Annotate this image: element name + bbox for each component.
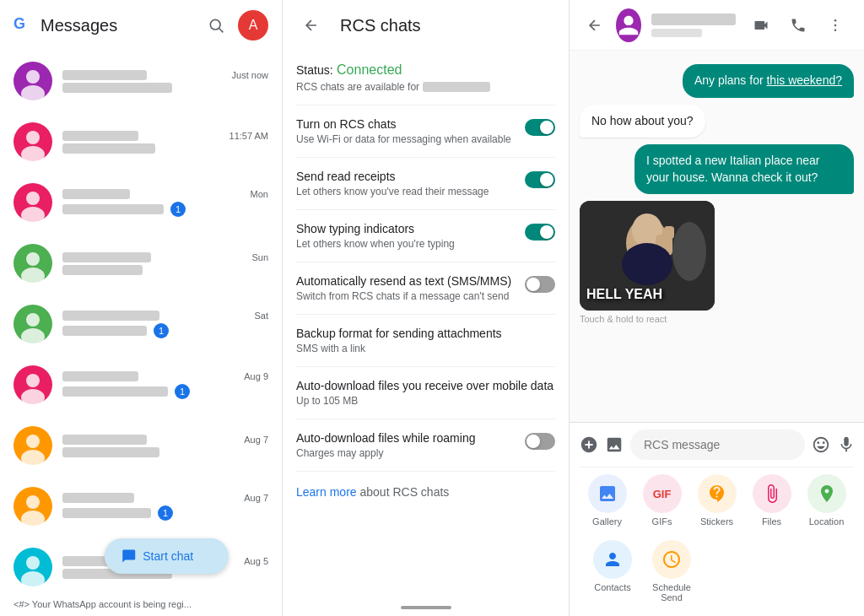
start-chat-button[interactable]: Start chat [104, 538, 229, 574]
conv-name [62, 70, 147, 80]
chat-header [570, 0, 864, 51]
conv-message: 1 [62, 384, 268, 399]
gallery-quick-button[interactable] [605, 430, 624, 460]
svg-point-24 [26, 495, 40, 509]
conversation-item[interactable]: Just now [0, 51, 282, 111]
conv-content: Aug 91 [62, 371, 268, 399]
schedule-label: ScheduleSend [652, 582, 691, 602]
conv-message: 1 [62, 202, 268, 217]
svg-point-15 [26, 313, 40, 327]
conv-message [62, 83, 268, 93]
setting-auto-download-mobile[interactable]: Auto-download files you receive over mob… [296, 367, 555, 419]
setting-auto-resend[interactable]: Automatically resend as text (SMS/MMS)Sw… [296, 262, 555, 315]
messages-header: G Messages A [0, 0, 282, 51]
setting-backup-format[interactable]: Backup format for sending attachmentsSMS… [296, 315, 555, 367]
conversation-item[interactable]: Sat1 [0, 294, 282, 354]
search-button[interactable] [201, 10, 231, 41]
contact-name-blurred [651, 14, 736, 25]
chat-back-button[interactable] [583, 10, 606, 41]
scroll-indicator [401, 606, 451, 609]
message-input[interactable] [644, 438, 791, 451]
learn-more-link[interactable]: Learn more [296, 485, 357, 499]
contacts-label: Contacts [594, 582, 630, 592]
emoji-button[interactable] [812, 430, 830, 460]
toggle-send-read-receipts[interactable] [525, 171, 555, 188]
learn-more-section: Learn more about RCS chats [296, 472, 555, 512]
gifs-attachment[interactable]: GIF GIFs [643, 474, 682, 527]
conv-time: Aug 7 [244, 493, 268, 503]
setting-desc: Let others know you've read their messag… [296, 186, 515, 197]
back-button[interactable] [296, 10, 327, 41]
conv-avatar [14, 305, 52, 343]
chat-contact-info [651, 14, 736, 37]
location-attachment[interactable]: Location [807, 474, 846, 527]
svg-point-0 [210, 19, 220, 30]
files-attachment[interactable]: Files [753, 474, 791, 527]
setting-desc: Switch from RCS chats if a message can't… [296, 290, 515, 302]
conversation-item[interactable]: Mon1 [0, 172, 282, 233]
contact-status-blurred [651, 29, 702, 37]
conv-content: Mon1 [62, 189, 268, 217]
setting-auto-download-roaming[interactable]: Auto-download files while roamingCharges… [296, 419, 555, 472]
setting-desc: Let others know when you're typing [296, 238, 515, 250]
settings-panel: RCS chats Status: Connected RCS chats ar… [283, 0, 570, 616]
settings-rows: Turn on RCS chatsUse Wi-Fi or data for m… [296, 105, 555, 472]
svg-point-12 [26, 252, 40, 266]
setting-desc: Charges may apply [296, 447, 515, 459]
user-avatar[interactable]: A [238, 10, 268, 41]
conv-avatar [14, 426, 52, 465]
gallery-attachment[interactable]: Gallery [588, 474, 627, 527]
unread-badge: 1 [158, 505, 173, 521]
conversation-item[interactable]: Aug 7 [0, 415, 282, 476]
phone-call-button[interactable] [783, 10, 813, 41]
status-desc: RCS chats are available for [296, 81, 555, 93]
toggle-auto-download-roaming[interactable] [525, 433, 555, 450]
attachments-row-1: Gallery GIF GIFs Stickers [580, 467, 854, 533]
chat-panel: Any plans for this weekend? No how about… [570, 0, 864, 616]
conversation-item[interactable]: 11:57 AM [0, 111, 282, 172]
mic-button[interactable] [837, 430, 856, 460]
add-attachment-button[interactable] [580, 430, 598, 460]
schedule-attachment[interactable]: ScheduleSend [652, 540, 691, 602]
conv-time: Mon [251, 189, 268, 199]
google-logo: G [14, 15, 34, 35]
toggle-turn-on-rcs[interactable] [525, 119, 555, 136]
conversation-item[interactable]: Aug 71 [0, 476, 282, 537]
conv-content: Aug 7 [62, 435, 268, 457]
gallery-icon [588, 474, 627, 513]
toggle-show-typing[interactable] [525, 224, 555, 240]
settings-title: RCS chats [340, 16, 421, 35]
conv-avatar [14, 183, 52, 222]
conv-avatar [14, 122, 52, 161]
conversation-item[interactable]: Aug 91 [0, 354, 282, 415]
stickers-attachment[interactable]: Stickers [698, 474, 737, 527]
conversation-item[interactable]: Sun [0, 233, 282, 294]
contacts-attachment[interactable]: Contacts [593, 540, 632, 602]
message-image[interactable]: HELL YEAH [580, 201, 715, 311]
setting-show-typing[interactable]: Show typing indicatorsLet others know wh… [296, 210, 555, 262]
conv-name [62, 252, 151, 262]
setting-desc: Use Wi-Fi or data for messaging when ava… [296, 133, 515, 145]
header-title: G Messages [14, 15, 201, 35]
setting-turn-on-rcs[interactable]: Turn on RCS chatsUse Wi-Fi or data for m… [296, 105, 555, 158]
svg-point-37 [622, 243, 672, 285]
toggle-auto-resend[interactable] [525, 276, 555, 293]
setting-label: Turn on RCS chats [296, 117, 515, 131]
image-caption: HELL YEAH [586, 287, 662, 302]
setting-send-read-receipts[interactable]: Send read receiptsLet others know you've… [296, 158, 555, 210]
svg-point-29 [834, 19, 837, 21]
chat-input-area: Gallery GIF GIFs Stickers [570, 422, 864, 616]
message-link[interactable]: this weekend? [766, 73, 842, 87]
conv-name [62, 189, 130, 199]
messages-panel: G Messages A Ju [0, 0, 283, 616]
conv-avatar [14, 365, 52, 404]
chat-messages: Any plans for this weekend? No how about… [570, 51, 864, 422]
more-options-button[interactable] [820, 10, 850, 41]
gallery-label: Gallery [592, 516, 622, 527]
conv-time: Aug 9 [244, 371, 268, 381]
files-icon [753, 474, 791, 513]
chat-header-icons [746, 10, 850, 41]
setting-label: Auto-download files while roaming [296, 431, 515, 445]
chat-avatar[interactable] [616, 8, 641, 42]
video-call-button[interactable] [746, 10, 776, 41]
